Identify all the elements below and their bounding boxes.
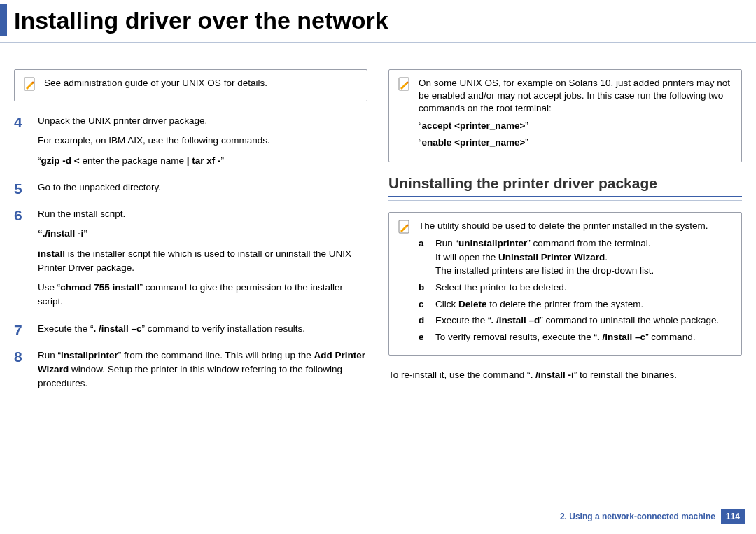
command-text: “./install -i” — [38, 227, 368, 241]
step-text: Run “installprinter” from the command li… — [38, 349, 368, 391]
page-number: 114 — [721, 509, 745, 524]
section-rule-light — [388, 200, 742, 201]
sub-letter: e — [419, 330, 428, 344]
page-header: Installing driver over the network — [0, 0, 756, 55]
step-5: 5 Go to the unpacked directory. — [14, 181, 368, 200]
content: See administration guide of your UNIX OS… — [0, 55, 756, 404]
step-text: Use “chmod 755 install” command to give … — [38, 281, 368, 309]
pencil-note-icon — [398, 220, 410, 235]
step-body: Execute the “. /install –c” command to v… — [38, 322, 368, 342]
step-text: For example, on IBM AIX, use the followi… — [38, 134, 368, 148]
sub-steps: a Run “uninstallprinter” command from th… — [419, 237, 733, 344]
step-number: 5 — [14, 181, 28, 200]
sub-letter: a — [419, 237, 428, 278]
sub-step-d: d Execute the “. /install –d” command to… — [419, 314, 733, 328]
footer-chapter: 2. Using a network-connected machine — [560, 512, 715, 521]
note-text: See administration guide of your UNIX OS… — [44, 77, 358, 92]
section-rule — [388, 196, 742, 197]
sub-letter: d — [419, 314, 428, 328]
right-column: On some UNIX OS, for example on Solaris … — [388, 69, 742, 404]
step-number: 4 — [14, 114, 28, 174]
title-accent — [0, 4, 7, 36]
step-text: install is the installer script file whi… — [38, 247, 368, 276]
left-column: See administration guide of your UNIX OS… — [14, 69, 368, 404]
step-number: 6 — [14, 207, 28, 315]
step-7: 7 Execute the “. /install –c” command to… — [14, 322, 368, 342]
note-box: See administration guide of your UNIX OS… — [14, 69, 368, 101]
title-bar: Installing driver over the network — [0, 0, 756, 36]
sub-step-b: b Select the printer to be deleted. — [419, 281, 733, 295]
sub-letter: b — [419, 281, 428, 295]
step-6: 6 Run the install script. “./install -i”… — [14, 207, 368, 315]
header-rule — [0, 42, 756, 43]
step-text: Go to the unpacked directory. — [38, 181, 368, 195]
note-box: On some UNIX OS, for example on Solaris … — [388, 69, 742, 162]
step-body: Go to the unpacked directory. — [38, 181, 368, 200]
step-body: Run the install script. “./install -i” i… — [38, 207, 368, 315]
note-text: The utility should be used to delete the… — [419, 220, 733, 346]
sub-step-e: e To verify removal results, execute the… — [419, 330, 733, 344]
step-4: 4 Unpack the UNIX printer driver package… — [14, 114, 368, 174]
svg-point-5 — [407, 225, 409, 227]
step-8: 8 Run “installprinter” from the command … — [14, 349, 368, 397]
step-text: Run the install script. — [38, 207, 368, 221]
step-number: 7 — [14, 322, 28, 342]
sub-step-a: a Run “uninstallprinter” command from th… — [419, 237, 733, 278]
note-box: The utility should be used to delete the… — [388, 212, 742, 356]
command-text: “gzip -d < enter the package name | tar … — [38, 154, 368, 168]
step-text: Execute the “. /install –c” command to v… — [38, 322, 368, 336]
step-text: Unpack the UNIX printer driver package. — [38, 114, 368, 128]
command-text: “accept <printer_name>” — [419, 120, 733, 132]
svg-point-3 — [407, 82, 409, 84]
sub-step-c: c Click Delete to delete the printer fro… — [419, 297, 733, 311]
pencil-note-icon — [23, 77, 36, 92]
step-body: Unpack the UNIX printer driver package. … — [38, 114, 368, 174]
sub-body: Select the printer to be deleted. — [435, 281, 733, 295]
paragraph: To re-install it, use the command “. /in… — [388, 368, 742, 382]
pencil-note-icon — [398, 77, 410, 92]
step-body: Run “installprinter” from the command li… — [38, 349, 368, 397]
note-text: On some UNIX OS, for example on Solaris … — [419, 77, 733, 153]
sub-body: Run “uninstallprinter” command from the … — [435, 237, 733, 278]
note-para: On some UNIX OS, for example on Solaris … — [419, 77, 733, 115]
sub-body: To verify removal results, execute the “… — [435, 330, 733, 344]
step-number: 8 — [14, 349, 28, 397]
sub-body: Click Delete to delete the printer from … — [435, 297, 733, 311]
page-title: Installing driver over the network — [14, 7, 388, 34]
svg-point-1 — [32, 82, 34, 84]
command-text: “enable <printer_name>” — [419, 136, 733, 149]
footer: 2. Using a network-connected machine 114 — [560, 509, 745, 524]
sub-body: Execute the “. /install –d” command to u… — [435, 314, 733, 328]
section-title: Uninstalling the printer driver package — [388, 175, 742, 192]
sub-letter: c — [419, 297, 428, 311]
note-para: The utility should be used to delete the… — [419, 220, 733, 232]
